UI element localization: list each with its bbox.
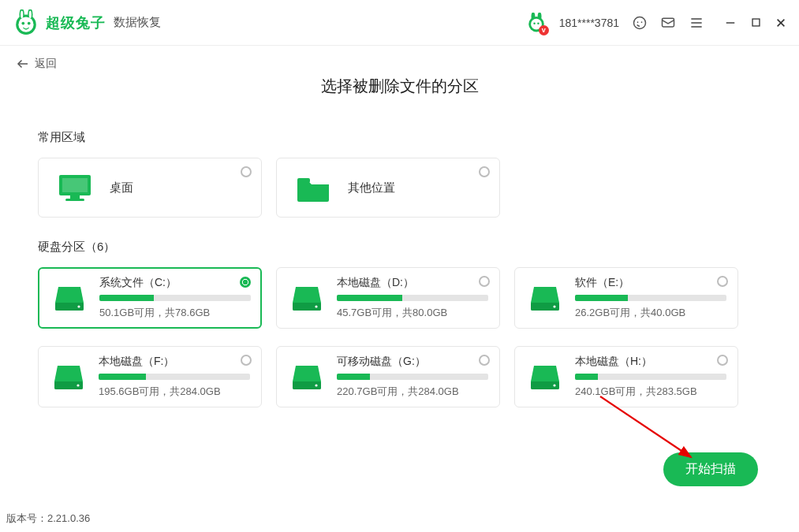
close-button[interactable] [774,16,788,30]
vip-badge: v [539,25,549,35]
disk-name: 可移动磁盘（G:） [337,355,487,369]
disk-usage-text: 45.7GB可用，共80.0GB [337,306,487,320]
radio-indicator [479,355,490,366]
section-heading-common: 常用区域 [38,130,761,145]
svg-point-34 [315,305,317,307]
common-card-desktop[interactable]: 桌面 [38,158,262,218]
radio-indicator [717,276,728,287]
maximize-button[interactable] [749,16,763,30]
page-title: 选择被删除文件的分区 [0,76,799,97]
svg-point-3 [21,10,23,18]
section-heading-disks: 硬盘分区（6） [38,240,761,255]
svg-point-15 [637,21,639,23]
drive-icon [291,282,323,314]
disk-name: 系统文件（C:） [99,276,248,290]
svg-rect-22 [752,19,760,26]
svg-rect-30 [297,178,310,183]
disk-card-e[interactable]: 软件（E:）26.2GB可用，共40.0GB [514,267,738,329]
feedback-icon[interactable] [660,15,676,31]
start-scan-button[interactable]: 开始扫描 [663,452,758,486]
brand-name-main: 超级兔子 [46,13,106,32]
usage-bar [337,295,488,301]
drive-icon [529,282,561,314]
disk-usage-text: 26.2GB可用，共40.0GB [575,306,725,320]
usage-bar [99,295,251,301]
user-phone: 181****3781 [559,17,619,29]
svg-point-14 [634,17,646,28]
svg-point-32 [77,305,80,307]
app-logo: 超级兔子 数据恢复 [13,9,161,36]
rabbit-logo-icon [13,9,39,36]
drive-icon [54,282,85,314]
card-label: 桌面 [110,180,133,195]
radio-indicator [479,276,490,287]
svg-point-7 [28,21,31,24]
disk-usage-text: 195.6GB可用，共284.0GB [99,385,248,399]
usage-bar [575,295,726,301]
disk-card-g[interactable]: 可移动磁盘（G:）220.7GB可用，共284.0GB [276,346,500,407]
radio-indicator [717,355,728,366]
radio-indicator [241,355,252,366]
radio-indicator [240,277,251,288]
support-icon[interactable] [632,15,648,31]
disk-name: 本地磁盘（F:） [99,355,248,369]
svg-rect-28 [70,195,80,199]
usage-bar [575,374,726,380]
disk-card-c[interactable]: 系统文件（C:）50.1GB可用，共78.6GB [38,267,262,329]
menu-icon[interactable] [689,15,704,31]
radio-indicator [241,166,252,177]
back-button[interactable]: 返回 [0,46,799,71]
disk-name: 本地磁盘（H:） [575,355,725,369]
disk-usage-text: 220.7GB可用，共284.0GB [337,385,487,399]
minimize-button[interactable] [723,16,737,30]
user-avatar-icon[interactable]: v [526,13,547,33]
drive-icon [529,361,561,392]
disk-usage-text: 240.1GB可用，共283.5GB [575,385,725,399]
disk-name: 软件（E:） [575,276,725,290]
folder-icon [294,170,332,205]
svg-point-12 [533,22,535,24]
back-label: 返回 [35,57,57,71]
svg-point-16 [641,21,643,23]
app-header: 超级兔子 数据恢复 v 181****3781 [0,0,799,46]
card-label: 其他位置 [348,180,395,195]
svg-point-42 [553,384,555,386]
svg-point-6 [21,21,24,24]
disk-card-f[interactable]: 本地磁盘（F:）195.6GB可用，共284.0GB [38,346,262,407]
window-controls [723,16,788,30]
svg-rect-17 [663,18,674,27]
svg-point-36 [553,305,555,307]
svg-point-5 [18,17,33,32]
header-right: v 181****3781 [526,13,788,33]
version-label: 版本号：2.21.0.36 [6,512,90,526]
svg-point-13 [537,22,539,24]
common-card-other[interactable]: 其他位置 [276,158,500,218]
brand-name-sub: 数据恢复 [114,15,161,30]
desktop-icon [56,170,94,205]
radio-indicator [479,166,490,177]
arrow-left-icon [16,57,30,71]
disk-usage-text: 50.1GB可用，共78.6GB [99,306,248,320]
svg-point-38 [77,384,79,386]
disk-name: 本地磁盘（D:） [337,276,487,290]
usage-bar [337,374,488,380]
svg-rect-29 [65,199,84,201]
disk-card-d[interactable]: 本地磁盘（D:）45.7GB可用，共80.0GB [276,267,500,329]
svg-point-40 [315,384,317,386]
disk-card-h[interactable]: 本地磁盘（H:）240.1GB可用，共283.5GB [514,346,738,407]
drive-icon [291,361,323,392]
svg-point-4 [29,10,32,18]
svg-rect-27 [62,178,88,192]
drive-icon [53,361,84,392]
usage-bar [99,374,250,380]
